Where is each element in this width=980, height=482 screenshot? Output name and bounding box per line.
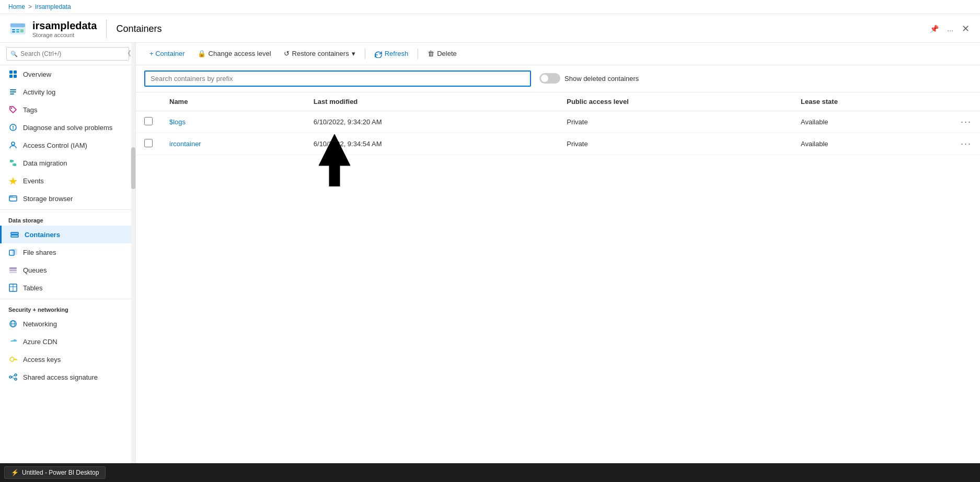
section-title: Containers <box>116 23 162 34</box>
change-access-level-button[interactable]: 🔒 Change access level <box>192 47 276 60</box>
row-checkbox-logs[interactable] <box>144 117 153 125</box>
access-control-icon <box>8 140 18 150</box>
sidebar-item-file-shares[interactable]: File shares <box>0 243 135 261</box>
container-search-input[interactable] <box>144 70 531 87</box>
overview-icon <box>8 69 18 79</box>
svg-rect-13 <box>10 93 14 95</box>
pin-icon[interactable]: 📌 <box>928 22 941 35</box>
sidebar-item-events[interactable]: Events <box>0 172 135 190</box>
refresh-icon <box>375 50 382 58</box>
sidebar: 🔍 《 Overview Activity log <box>0 43 136 463</box>
sidebar-item-queues[interactable]: Queues <box>0 261 135 279</box>
col-last-modified[interactable]: Last modified <box>305 92 558 111</box>
refresh-label: Refresh <box>385 50 409 57</box>
svg-line-50 <box>11 377 15 379</box>
overview-label: Overview <box>23 70 51 78</box>
sidebar-item-data-migration[interactable]: Data migration <box>0 154 135 172</box>
col-public-access[interactable]: Public access level <box>558 92 792 111</box>
sidebar-item-storage-browser[interactable]: Storage browser <box>0 190 135 207</box>
sidebar-nav: Overview Activity log Tags <box>0 65 135 463</box>
row-more-ircontainer[interactable]: ··· <box>961 138 972 149</box>
data-storage-section-label: Data storage <box>0 212 135 226</box>
more-menu-icon[interactable]: ... <box>945 22 955 35</box>
containers-table-wrap: Name Last modified Public access level L… <box>136 92 980 463</box>
svg-rect-1 <box>10 23 25 27</box>
file-shares-label: File shares <box>23 249 56 256</box>
taskbar: ⚡ Untitled - Power BI Desktop <box>0 463 980 482</box>
container-name-link-ircontainer[interactable]: ircontainer <box>169 140 201 148</box>
restore-containers-button[interactable]: ↺ Restore containers ▾ <box>279 47 361 60</box>
col-checkbox <box>136 92 161 111</box>
delete-button[interactable]: 🗑 Delete <box>422 47 462 60</box>
change-access-level-label: Change access level <box>209 50 271 57</box>
access-keys-icon <box>8 355 18 364</box>
show-deleted-label: Show deleted containers <box>564 75 639 83</box>
sidebar-item-azure-cdn[interactable]: Azure CDN <box>0 333 135 350</box>
row-checkbox-ircontainer[interactable] <box>144 139 153 147</box>
row-more-logs[interactable]: ··· <box>961 116 972 127</box>
svg-rect-9 <box>9 75 13 78</box>
activity-log-label: Activity log <box>23 88 55 96</box>
sidebar-item-diagnose[interactable]: Diagnose and solve problems <box>0 119 135 136</box>
svg-point-17 <box>13 128 14 130</box>
sidebar-collapse-icon[interactable]: 《 <box>124 49 131 58</box>
shared-access-label: Shared access signature <box>23 373 98 381</box>
col-name[interactable]: Name <box>161 92 305 111</box>
security-section-label: Security + networking <box>0 301 135 315</box>
queues-label: Queues <box>23 266 47 274</box>
svg-rect-11 <box>10 89 16 90</box>
sidebar-item-containers[interactable]: Containers <box>0 226 135 243</box>
breadcrumb-separator: > <box>28 3 32 10</box>
svg-rect-20 <box>14 163 16 166</box>
diagnose-label: Diagnose and solve problems <box>23 124 112 132</box>
svg-rect-34 <box>9 269 17 271</box>
svg-rect-6 <box>20 29 24 32</box>
networking-label: Networking <box>23 320 57 328</box>
svg-line-49 <box>11 375 15 378</box>
diagnose-icon <box>8 123 18 132</box>
taskbar-item-power-bi[interactable]: ⚡ Untitled - Power BI Desktop <box>4 466 106 479</box>
table-row: $logs 6/10/2022, 9:34:20 AM Private Avai… <box>136 111 980 133</box>
last-modified-ircontainer: 6/10/2022, 9:34:54 AM <box>305 133 558 155</box>
breadcrumb-current[interactable]: irsampledata <box>35 3 71 10</box>
col-lease-state[interactable]: Lease state <box>792 92 952 111</box>
queues-icon <box>8 265 18 275</box>
svg-rect-32 <box>12 249 17 254</box>
sidebar-search-input[interactable] <box>6 47 129 61</box>
tags-label: Tags <box>23 106 37 114</box>
access-keys-label: Access keys <box>23 356 61 363</box>
show-deleted-toggle[interactable] <box>539 73 560 84</box>
account-subtitle: Storage account <box>32 32 97 38</box>
sidebar-item-tags[interactable]: Tags <box>0 101 135 119</box>
data-migration-label: Data migration <box>23 159 67 167</box>
storage-account-icon <box>8 19 27 38</box>
svg-point-18 <box>11 142 15 145</box>
public-access-ircontainer: Private <box>558 133 792 155</box>
sidebar-item-access-keys[interactable]: Access keys <box>0 350 135 368</box>
svg-rect-3 <box>16 29 19 30</box>
restore-containers-label: Restore containers <box>292 50 349 57</box>
sidebar-item-shared-access[interactable]: Shared access signature <box>0 368 135 386</box>
refresh-button[interactable]: Refresh <box>370 47 414 61</box>
breadcrumb-home[interactable]: Home <box>8 3 25 10</box>
azure-cdn-icon <box>8 337 18 346</box>
col-actions <box>952 92 980 111</box>
tags-icon <box>8 105 18 114</box>
delete-label: Delete <box>437 50 457 57</box>
svg-rect-35 <box>9 272 17 273</box>
svg-point-48 <box>15 378 17 380</box>
container-name-link-logs[interactable]: $logs <box>169 118 186 126</box>
svg-rect-33 <box>9 267 17 269</box>
sidebar-item-overview[interactable]: Overview <box>0 65 135 83</box>
sidebar-item-activity-log[interactable]: Activity log <box>0 83 135 101</box>
events-icon <box>8 176 18 185</box>
sidebar-item-tables[interactable]: Tables <box>0 279 135 297</box>
restore-dropdown-icon: ▾ <box>352 50 355 57</box>
svg-rect-12 <box>10 91 16 92</box>
sidebar-item-access-control[interactable]: Access Control (IAM) <box>0 136 135 154</box>
svg-rect-10 <box>14 75 17 78</box>
add-container-button[interactable]: + Container <box>144 47 190 60</box>
close-icon[interactable]: ✕ <box>960 21 972 37</box>
sidebar-item-networking[interactable]: Networking <box>0 315 135 333</box>
lease-state-logs: Available <box>792 111 952 133</box>
